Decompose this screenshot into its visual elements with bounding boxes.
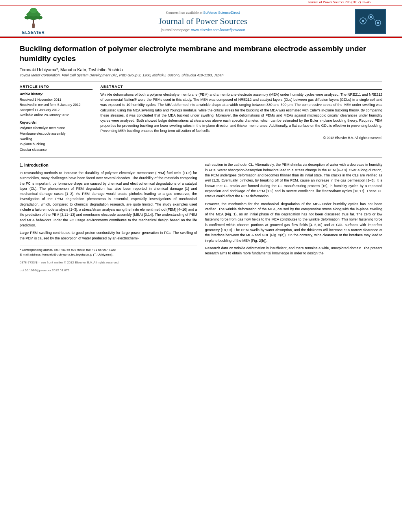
divider-1 xyxy=(20,81,382,82)
svg-point-19 xyxy=(370,16,372,18)
divider-section xyxy=(20,157,382,158)
body-para-2: Large PEM swelling contributes to good p… xyxy=(20,230,197,241)
elsevier-tree-icon xyxy=(22,8,45,30)
keyword-2: Membrane electrode assembly xyxy=(20,131,93,137)
journal-homepage: journal homepage: www.elsevier.com/locat… xyxy=(59,28,347,32)
keyword-1: Polymer electrolyte membrane xyxy=(20,126,93,131)
journal-cover-icon xyxy=(355,9,386,34)
footnote-corresponding: * Corresponding author. Tel.: +81 55 997… xyxy=(20,248,197,252)
svg-point-8 xyxy=(35,13,41,16)
svg-point-20 xyxy=(377,22,379,24)
article-info-heading: Article Info xyxy=(20,85,93,90)
sciverse-link[interactable]: SciVerse ScienceDirect xyxy=(203,11,240,15)
copyright-line: © 2012 Elsevier B.V. All rights reserved… xyxy=(100,136,382,140)
main-content: Buckling deformation of polymer electrol… xyxy=(0,38,402,281)
header-middle: Contents lists available at SciVerse Sci… xyxy=(51,11,355,32)
journal-ref-top: Journal of Power Sources 206 (2012) 37–4… xyxy=(0,0,402,4)
article-affiliation: Toyota Motor Corporation, Fuel Cell Syst… xyxy=(20,73,382,77)
article-info-abstract: Article Info Article history: Received 1… xyxy=(20,85,382,152)
abstract-col: Abstract Wrinkle deformations of both a … xyxy=(100,85,382,152)
svg-point-7 xyxy=(26,13,31,16)
elsevier-logo-left: ELSEVIER xyxy=(16,8,51,35)
keyword-5: Circular clearance xyxy=(20,147,93,153)
keywords-label: Keywords: xyxy=(20,120,93,124)
homepage-link[interactable]: www.elsevier.com/locate/jpowsour xyxy=(191,28,245,32)
footnote-email: E-mail address: tomoaki@uchiyama.tec.toy… xyxy=(20,252,197,257)
keyword-4: In-plane buckling xyxy=(20,142,93,147)
received-date: Received 1 November 2011 xyxy=(20,97,93,102)
keyword-3: Swelling xyxy=(20,137,93,142)
body-right-col: cal reaction in the cathode, CL. Alterna… xyxy=(205,162,383,272)
article-authors: Tomoaki Uchiyama*, Manabu Kato, Toshihik… xyxy=(20,67,382,72)
body-right-para-2: However, the mechanism for the mechanica… xyxy=(205,202,383,244)
body-right-para-1: cal reaction in the cathode, CL. Alterna… xyxy=(205,162,383,199)
section-1-heading: 1. Introduction xyxy=(20,162,197,169)
page: Journal of Power Sources 206 (2012) 37–4… xyxy=(0,0,402,532)
footer-issn: 0378-7753/$ – see front matter © 2012 El… xyxy=(20,260,197,265)
accepted-date: Accepted 11 January 2012 xyxy=(20,108,93,113)
available-date: Available online 28 January 2012 xyxy=(20,113,93,118)
abstract-heading: Abstract xyxy=(100,85,382,90)
body-right-para-3: Research data on wrinkle deformation is … xyxy=(205,246,383,256)
article-info-col: Article Info Article history: Received 1… xyxy=(20,85,93,152)
header: ELSEVIER Contents lists available at Sci… xyxy=(0,6,402,37)
footnote-area: * Corresponding author. Tel.: +81 55 997… xyxy=(20,245,197,257)
elsevier-label: ELSEVIER xyxy=(22,30,44,35)
article-title: Buckling deformation of polymer electrol… xyxy=(20,44,382,63)
body-content: 1. Introduction In researching methods t… xyxy=(20,162,382,272)
abstract-text: Wrinkle deformations of both a polymer e… xyxy=(100,92,382,133)
sciverse-line: Contents lists available at SciVerse Sci… xyxy=(59,11,347,15)
received-revised-date: Received in revised form 5 January 2012 xyxy=(20,102,93,108)
elsevier-logo-right xyxy=(355,9,386,34)
body-left-col: 1. Introduction In researching methods t… xyxy=(20,162,197,272)
body-para-1: In researching methods to increase the d… xyxy=(20,171,197,228)
svg-point-18 xyxy=(362,20,364,22)
svg-point-4 xyxy=(30,8,37,13)
history-label: Article history: xyxy=(20,92,93,96)
footer-doi: doi:10.1016/j.jpowsour.2012.01.073 xyxy=(20,268,197,273)
journal-title: Journal of Power Sources xyxy=(59,16,347,26)
svg-point-10 xyxy=(32,23,35,26)
